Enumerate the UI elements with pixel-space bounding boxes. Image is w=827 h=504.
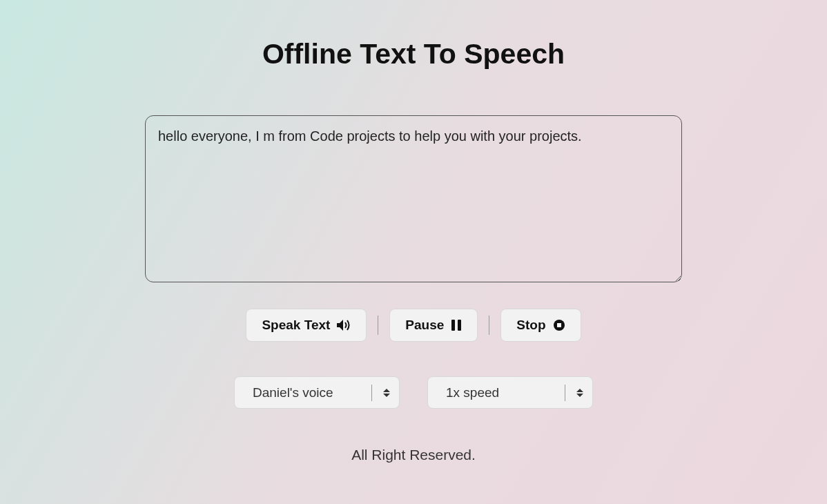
pause-button-label: Pause — [405, 318, 444, 333]
footer-text: All Right Reserved. — [351, 447, 476, 463]
speed-select-wrapper: 1x speed — [427, 376, 593, 409]
pause-button[interactable]: Pause — [389, 309, 478, 342]
stop-icon — [553, 319, 565, 331]
select-row: Daniel's voice 1x speed — [234, 376, 593, 409]
svg-rect-0 — [451, 320, 455, 331]
speak-button-label: Speak Text — [262, 318, 330, 333]
divider — [489, 316, 489, 335]
voice-select-wrapper: Daniel's voice — [234, 376, 400, 409]
speed-select[interactable]: 1x speed — [427, 376, 593, 409]
speak-button[interactable]: Speak Text — [246, 309, 367, 342]
divider — [378, 316, 378, 335]
speaker-icon — [337, 319, 351, 331]
stop-button[interactable]: Stop — [500, 309, 581, 342]
page-title: Offline Text To Speech — [262, 38, 565, 70]
svg-rect-3 — [557, 323, 561, 327]
pause-icon — [451, 319, 462, 331]
stop-button-label: Stop — [516, 318, 545, 333]
voice-select[interactable]: Daniel's voice — [234, 376, 400, 409]
text-input[interactable]: hello everyone, I m from Code projects t… — [145, 115, 682, 282]
button-row: Speak Text Pause Stop — [246, 309, 581, 342]
svg-rect-1 — [458, 320, 461, 331]
